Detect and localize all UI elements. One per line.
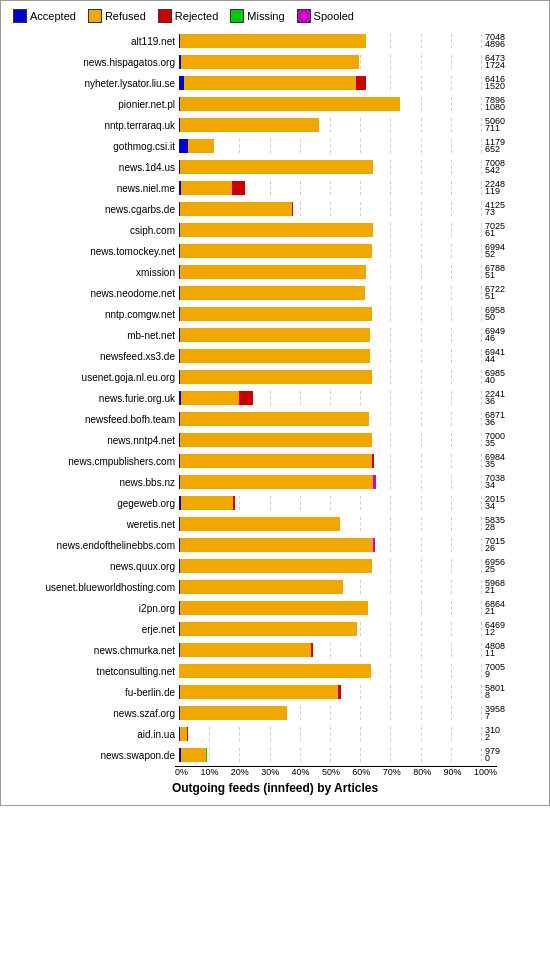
value-bottom: 4896 [485,41,505,48]
x-axis-labels: 0%10%20%30%40%50%60%70%80%90%100% [175,767,497,777]
chart-row: mb-net.net694946 [9,325,541,345]
value-bottom: 40 [485,377,505,384]
bar-wrapper: 64161520 [179,76,541,90]
row-label: tnetconsulting.net [9,666,179,677]
bar-segment-refused [180,97,400,111]
row-label: news.neodome.net [9,288,179,299]
value-bottom: 119 [485,188,505,195]
chart-row: news.chmurka.net480811 [9,640,541,660]
chart-area: alt119.net70484896news.hispagatos.org647… [5,31,545,766]
bar-wrapper: 3102 [179,727,541,741]
bar-segment-refused [180,307,372,321]
bar-segment-rejected [292,202,294,216]
value-bottom: 542 [485,167,505,174]
chart-row: alt119.net70484896 [9,31,541,51]
value-bottom: 35 [485,461,505,468]
bar-wrapper: 78961080 [179,97,541,111]
row-label: usenet.goja.nl.eu.org [9,372,179,383]
bar-wrapper: 1179652 [179,139,541,153]
bar-segment-refused [180,349,370,363]
value-labels: 412573 [485,202,505,216]
bars [179,307,372,321]
row-label: alt119.net [9,36,179,47]
bar-wrapper: 698435 [179,454,541,468]
bar-segment-refused [180,160,373,174]
chart-row: nntp.terraraq.uk5060711 [9,115,541,135]
bar-segment-refused [180,265,366,279]
value-bottom: 1520 [485,83,505,90]
legend-label-rejected: Rejected [175,10,218,22]
value-bottom: 52 [485,251,505,258]
row-label: csiph.com [9,225,179,236]
bar-segment-rejected [187,727,188,741]
row-label: news.quux.org [9,561,179,572]
value-labels: 9790 [485,748,500,762]
value-labels: 686421 [485,601,505,615]
bars [179,34,366,48]
bars [179,475,376,489]
value-labels: 201534 [485,496,505,510]
value-labels: 695850 [485,307,505,321]
bar-segment-refused [180,538,373,552]
legend: AcceptedRefusedRejectedMissingSpooled [5,5,545,31]
bars [179,118,319,132]
bar-wrapper: 672251 [179,286,541,300]
value-bottom: 36 [485,398,505,405]
value-labels: 698540 [485,370,505,384]
chart-row: news.cgarbs.de412573 [9,199,541,219]
row-label: nntp.comgw.net [9,309,179,320]
bar-wrapper: 64731724 [179,55,541,69]
row-label: news.niel.me [9,183,179,194]
bars [179,706,287,720]
row-label: gegeweb.org [9,498,179,509]
legend-item-rejected: Rejected [158,9,218,23]
bar-segment-refused [181,391,240,405]
bar-segment-refused [180,34,366,48]
row-label: erje.net [9,624,179,635]
legend-label-refused: Refused [105,10,146,22]
value-bottom: 51 [485,272,505,279]
bar-wrapper: 39587 [179,706,541,720]
value-labels: 224136 [485,391,505,405]
bar-wrapper: 201534 [179,496,541,510]
legend-label-missing: Missing [247,10,284,22]
chart-row: news.furie.org.uk224136 [9,388,541,408]
value-labels: 703834 [485,475,505,489]
value-bottom: 652 [485,146,505,153]
value-labels: 2248119 [485,181,505,195]
bar-segment-refused [180,685,339,699]
bar-segment-rejected [233,496,235,510]
bar-segment-refused [180,433,372,447]
bar-wrapper: 702561 [179,223,541,237]
row-label: news.endofthelinebbs.com [9,540,179,551]
chart-row: xmission678851 [9,262,541,282]
bar-segment-refused [180,202,292,216]
bars [179,181,245,195]
row-label: newsfeed.xs3.de [9,351,179,362]
bar-segment-spooled [373,538,375,552]
x-tick: 60% [352,767,370,777]
value-bottom: 21 [485,587,505,594]
x-tick: 80% [413,767,431,777]
value-labels: 646912 [485,622,505,636]
row-label: weretis.net [9,519,179,530]
row-label: news.szaf.org [9,708,179,719]
legend-label-spooled: Spooled [314,10,354,22]
bar-wrapper: 694946 [179,328,541,342]
chart-row: usenet.blueworldhosting.com596821 [9,577,541,597]
bars [179,76,366,90]
chart-row: gegeweb.org201534 [9,493,541,513]
row-label: mb-net.net [9,330,179,341]
bar-segment-refused [180,370,372,384]
value-labels: 5060711 [485,118,505,132]
legend-item-missing: Missing [230,9,284,23]
row-label: newsfeed.bofh.team [9,414,179,425]
value-labels: 480811 [485,643,505,657]
row-label: news.cmpublishers.com [9,456,179,467]
bars [179,685,341,699]
value-labels: 694946 [485,328,505,342]
bar-segment-accepted [179,139,188,153]
bar-segment-rejected [356,76,367,90]
chart-row: fu-berlin.de58018 [9,682,541,702]
bar-segment-refused [181,55,359,69]
